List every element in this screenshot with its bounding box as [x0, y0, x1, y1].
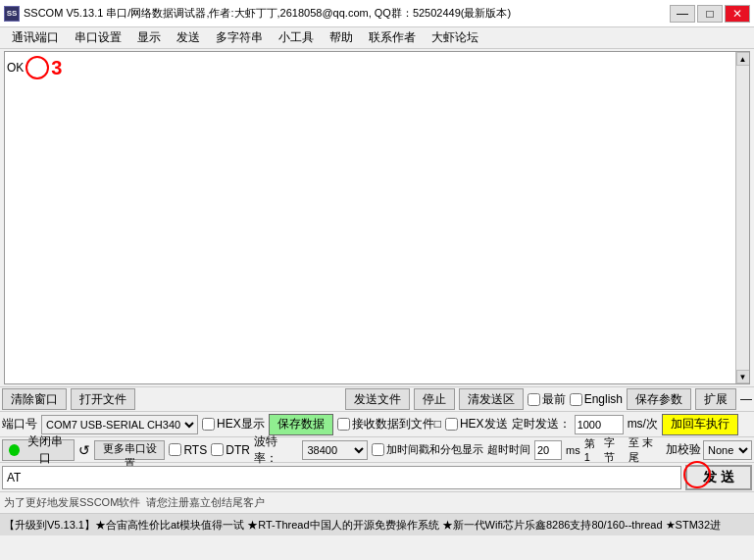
info-bar-text: 【升级到V5.13.1】★合宙高性价比at模块值得一试 ★RT-Thread中国…: [4, 518, 721, 533]
title-left: SS SSCOM V5.13.1 串口/网络数据调试器,作者:大虾丁丁,2618…: [4, 6, 511, 22]
main-content: OK 3: [5, 52, 749, 383]
scroll-down-button[interactable]: ▼: [736, 370, 750, 383]
menu-bar: 通讯端口 串口设置 显示 发送 多字符串 小工具 帮助 联系作者 大虾论坛: [0, 27, 754, 49]
english-label: English: [584, 392, 623, 406]
check-verify-label[interactable]: 加校验 None: [666, 440, 752, 460]
port-select[interactable]: COM7 USB-SERIAL CH340: [41, 415, 198, 434]
save-params-button[interactable]: 保存参数: [627, 388, 691, 410]
annotation-3: 3: [51, 57, 62, 79]
check-verify-text: 加校验: [666, 441, 701, 458]
window-title: SSCOM V5.13.1 串口/网络数据调试器,作者:大虾丁丁,2618058…: [24, 6, 511, 21]
rts-text: RTS: [183, 443, 207, 457]
info-bar: 【升级到V5.13.1】★合宙高性价比at模块值得一试 ★RT-Thread中国…: [0, 514, 754, 535]
receive-to-file-label[interactable]: 接收数据到文件□: [337, 416, 441, 433]
title-controls: — □ ✕: [670, 5, 750, 23]
toolbar-row-2: 端口号 COM7 USB-SERIAL CH340 HEX显示 保存数据 接收数…: [0, 412, 754, 437]
save-data-button[interactable]: 保存数据: [269, 414, 333, 435]
dtr-label[interactable]: DTR: [211, 443, 250, 457]
timeout-unit: ms: [566, 444, 580, 456]
ok-text: OK: [7, 61, 24, 75]
menu-send[interactable]: 发送: [169, 27, 208, 48]
menu-contact[interactable]: 联系作者: [361, 27, 424, 48]
app-icon: SS: [4, 6, 20, 22]
timed-unit-label: ms/次: [628, 416, 658, 433]
baud-label: 波特率：: [254, 433, 299, 467]
toolbar-row-3: 关闭串口 ↺ 更多串口设置 RTS DTR 波特率： 38400 加时间戳和分包…: [0, 437, 754, 463]
rts-label[interactable]: RTS: [169, 443, 207, 457]
menu-forum[interactable]: 大虾论坛: [424, 27, 486, 48]
send-button[interactable]: 发 送: [685, 465, 752, 490]
english-checkbox[interactable]: [570, 393, 582, 406]
clear-window-button[interactable]: 清除窗口: [2, 388, 67, 410]
timed-send-label: 定时发送：: [512, 416, 571, 433]
timestamp-label-wrap[interactable]: 加时间戳和分包显示: [372, 442, 483, 457]
scroll-up-button[interactable]: ▲: [736, 52, 750, 66]
scroll-track[interactable]: [736, 66, 749, 370]
stop-button[interactable]: 停止: [414, 388, 455, 410]
vertical-scrollbar[interactable]: ▲ ▼: [735, 52, 749, 383]
maximize-button[interactable]: □: [697, 5, 723, 23]
rts-checkbox[interactable]: [169, 443, 181, 456]
menu-serial-settings[interactable]: 串口设置: [67, 27, 129, 48]
page-label: 第1: [584, 436, 600, 463]
menu-comm-port[interactable]: 通讯端口: [4, 27, 67, 48]
english-checkbox-label[interactable]: English: [570, 392, 623, 406]
dtr-checkbox[interactable]: [211, 443, 224, 456]
more-settings-button[interactable]: 更多串口设置: [94, 440, 166, 460]
menu-help[interactable]: 帮助: [322, 27, 361, 48]
tail-label: 至 末尾: [628, 435, 662, 465]
hex-send-label[interactable]: HEX发送: [445, 416, 508, 433]
menu-display[interactable]: 显示: [129, 27, 169, 48]
return-exec-button[interactable]: 加回车执行: [662, 414, 738, 435]
port-status-dot: [9, 444, 20, 456]
timestamp-text: 加时间戳和分包显示: [386, 442, 483, 457]
ok-circle-annotation: [25, 56, 49, 79]
status-bar: 为了更好地发展SSCOM软件 请您注册嘉立创结尾客户: [0, 492, 754, 514]
verify-select[interactable]: None: [703, 440, 752, 460]
latest-label: 最前: [542, 391, 566, 408]
port-label: 端口号: [2, 416, 37, 433]
menu-tools[interactable]: 小工具: [271, 27, 322, 48]
main-display-area: OK 3 ▲ ▼: [4, 51, 750, 384]
baud-select[interactable]: 38400: [302, 440, 368, 460]
close-port-label: 关闭串口: [23, 433, 67, 467]
send-row: 发 送 2: [0, 463, 754, 492]
byte-label: 字节: [604, 435, 625, 465]
status-text-2: 请您注册嘉立创结尾客户: [146, 495, 265, 510]
hex-display-checkbox[interactable]: [202, 418, 215, 431]
dtr-text: DTR: [226, 443, 250, 457]
send-file-button[interactable]: 发送文件: [345, 388, 410, 410]
close-port-button[interactable]: 关闭串口: [2, 439, 75, 461]
timeout-label: 超时时间: [487, 442, 530, 457]
menu-multistring[interactable]: 多字符串: [208, 27, 271, 48]
send-input[interactable]: [2, 466, 681, 489]
hex-display-label[interactable]: HEX显示: [202, 416, 265, 433]
close-button[interactable]: ✕: [725, 5, 750, 23]
timestamp-checkbox[interactable]: [372, 443, 384, 456]
hex-send-text: HEX发送: [460, 416, 508, 433]
clear-send-area-button[interactable]: 清发送区: [459, 388, 524, 410]
receive-to-file-text: 接收数据到文件□: [352, 416, 441, 433]
latest-checkbox[interactable]: [528, 393, 540, 406]
timeout-input[interactable]: [534, 440, 562, 460]
hex-send-checkbox[interactable]: [445, 418, 458, 431]
hex-display-text: HEX显示: [217, 416, 265, 433]
timed-send-input[interactable]: [575, 415, 624, 434]
toolbar-row-1: 清除窗口 打开文件 发送文件 停止 清发送区 最前 English 保存参数 扩…: [0, 386, 754, 412]
toolbar1-arrow: —: [740, 392, 752, 406]
minimize-button[interactable]: —: [670, 5, 695, 23]
receive-to-file-checkbox[interactable]: [337, 418, 350, 431]
open-file-button[interactable]: 打开文件: [71, 388, 135, 410]
status-text-1: 为了更好地发展SSCOM软件: [4, 495, 140, 510]
refresh-icon[interactable]: ↺: [78, 442, 90, 458]
latest-checkbox-label[interactable]: 最前: [528, 391, 566, 408]
title-bar: SS SSCOM V5.13.1 串口/网络数据调试器,作者:大虾丁丁,2618…: [0, 0, 754, 27]
expand-button[interactable]: 扩展: [695, 388, 736, 410]
